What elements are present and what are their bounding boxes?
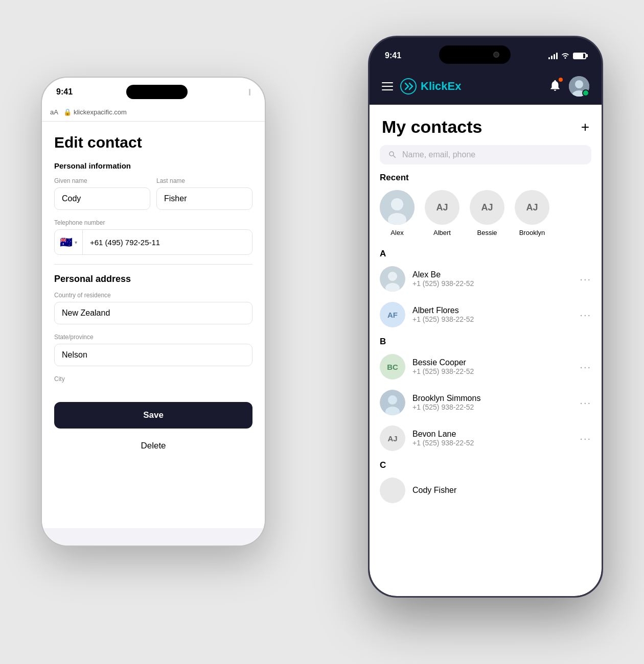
back-status-bar: 9:41 [42, 78, 265, 103]
recent-label: Recent [380, 173, 591, 183]
recent-name-alex: Alex [390, 229, 403, 236]
add-contact-button[interactable]: + [581, 120, 589, 134]
delete-button[interactable]: Delete [54, 433, 252, 459]
phone-number-input[interactable] [83, 232, 252, 253]
battery-icon [573, 53, 586, 59]
contact-phone-albert-flores: +1 (525) 938-22-52 [412, 315, 572, 323]
given-name-group: Given name [54, 177, 150, 210]
section-letter-c: C [370, 456, 602, 472]
more-options-button-bessie-cooper[interactable]: ··· [580, 361, 591, 373]
alex-be-avatar-icon [380, 266, 405, 292]
last-name-group: Last name [156, 177, 252, 210]
contact-avatar-albert-flores: AF [380, 302, 405, 327]
svg-point-2 [575, 80, 583, 88]
recent-avatar-albert: AJ [425, 190, 459, 225]
save-button[interactable]: Save [54, 402, 252, 429]
url-bar[interactable]: 🔒 klickexpacific.com [63, 108, 127, 116]
online-badge [582, 89, 589, 97]
recent-contact-alex[interactable]: Alex [380, 190, 415, 236]
contact-name-bevon-lane: Bevon Lane [412, 430, 572, 439]
notifications-button[interactable] [548, 79, 562, 94]
recent-contact-albert[interactable]: AJ Albert [425, 190, 459, 236]
contact-avatar-bessie-cooper: BC [380, 354, 405, 380]
recent-name-bessie: Bessie [477, 229, 497, 236]
contact-item-albert-flores[interactable]: AF Albert Flores +1 (525) 938-22-52 ··· [370, 297, 602, 333]
chevron-down-icon: ▾ [75, 240, 77, 245]
state-field-row: State/province [54, 334, 252, 366]
svg-point-5 [391, 198, 403, 210]
user-avatar-button[interactable] [569, 76, 589, 97]
svg-point-8 [388, 272, 397, 281]
section-letter-a: A [370, 245, 602, 261]
contact-info-bessie-cooper: Bessie Cooper +1 (525) 938-22-52 [412, 358, 572, 375]
contact-avatar-alex-be [380, 266, 405, 292]
recent-name-brooklyn: Brooklyn [519, 229, 545, 236]
app-logo: KlickEx [400, 78, 462, 94]
hamburger-line [382, 86, 393, 87]
contact-phone-bevon-lane: +1 (525) 938-22-52 [412, 439, 572, 447]
recent-contact-bessie[interactable]: AJ Bessie [470, 190, 504, 236]
more-options-button-brooklyn-simmons[interactable]: ··· [580, 397, 591, 409]
state-label: State/province [54, 334, 252, 341]
last-name-input[interactable] [156, 187, 252, 210]
contact-item-brooklyn-simmons[interactable]: Brooklyn Simmons +1 (525) 938-22-52 ··· [370, 385, 602, 420]
contact-info-brooklyn-simmons: Brooklyn Simmons +1 (525) 938-22-52 [412, 394, 572, 411]
back-browser-bar: aA 🔒 klickexpacific.com [42, 103, 265, 122]
contact-name-bessie-cooper: Bessie Cooper [412, 358, 572, 367]
name-row: Given name Last name [54, 177, 252, 210]
contact-name-albert-flores: Albert Flores [412, 306, 572, 315]
given-name-input[interactable] [54, 187, 150, 210]
recent-avatar-brooklyn: AJ [515, 190, 549, 225]
hamburger-menu-button[interactable] [382, 82, 393, 90]
more-options-button-albert-flores[interactable]: ··· [580, 309, 591, 321]
back-status-time: 9:41 [56, 87, 73, 97]
flag-emoji: 🇦🇺 [60, 236, 73, 248]
telephone-label: Telephone number [54, 219, 252, 226]
phone-flag-selector[interactable]: 🇦🇺 ▾ [55, 230, 83, 254]
contact-info-bevon-lane: Bevon Lane +1 (525) 938-22-52 [412, 430, 572, 447]
contact-item-bevon-lane[interactable]: AJ Bevon Lane +1 (525) 938-22-52 ··· [370, 420, 602, 456]
recent-contact-brooklyn[interactable]: AJ Brooklyn [515, 190, 549, 236]
contact-info-cody-fisher: Cody Fisher [412, 486, 591, 495]
front-status-bar: 9:41 [370, 37, 602, 70]
personal-info-label: Personal information [54, 161, 252, 170]
notification-badge [559, 78, 563, 82]
more-options-button-alex-be[interactable]: ··· [580, 273, 591, 285]
navbar-right [548, 76, 589, 97]
recent-section: Recent Alex [370, 173, 602, 245]
contact-item-cody-fisher[interactable]: Cody Fisher [370, 472, 602, 508]
country-input[interactable] [54, 302, 252, 324]
contact-avatar-brooklyn-simmons [380, 390, 405, 415]
front-status-icons [548, 52, 586, 60]
contact-phone-brooklyn-simmons: +1 (525) 938-22-52 [412, 403, 572, 411]
country-field-row: Country of residence [54, 292, 252, 324]
front-phone: 9:41 [368, 36, 603, 598]
search-bar[interactable]: Name, email, phone [380, 145, 591, 164]
font-size-control[interactable]: aA [50, 108, 58, 116]
search-icon [388, 150, 397, 159]
hamburger-line [382, 82, 393, 83]
contact-phone-bessie-cooper: +1 (525) 938-22-52 [412, 367, 572, 375]
last-name-label: Last name [156, 177, 252, 184]
svg-point-11 [388, 395, 397, 405]
contact-list: A Alex Be +1 (525) 938-22-52 [370, 245, 602, 596]
signal-icon [548, 52, 558, 59]
contact-item-bessie-cooper[interactable]: BC Bessie Cooper +1 (525) 938-22-52 ··· [370, 349, 602, 385]
contact-name-alex-be: Alex Be [412, 270, 572, 279]
city-field-row: City [54, 375, 252, 383]
recent-avatar-bessie: AJ [470, 190, 504, 225]
search-placeholder: Name, email, phone [402, 150, 475, 159]
recent-name-albert: Albert [433, 229, 451, 236]
back-status-icons [241, 88, 250, 96]
recent-contacts-list: Alex AJ Albert AJ Bessie [380, 190, 591, 236]
contact-info-alex-be: Alex Be +1 (525) 938-22-52 [412, 270, 572, 288]
signal-icon [241, 88, 250, 96]
contact-item-alex-be[interactable]: Alex Be +1 (525) 938-22-52 ··· [370, 261, 602, 297]
more-options-button-bevon-lane[interactable]: ··· [580, 433, 591, 444]
hamburger-line [382, 89, 393, 90]
state-input[interactable] [54, 344, 252, 366]
alex-avatar-icon [380, 190, 415, 225]
front-notch [439, 45, 511, 64]
klickex-logo-icon [400, 78, 417, 94]
contact-avatar-cody-fisher [380, 478, 405, 503]
